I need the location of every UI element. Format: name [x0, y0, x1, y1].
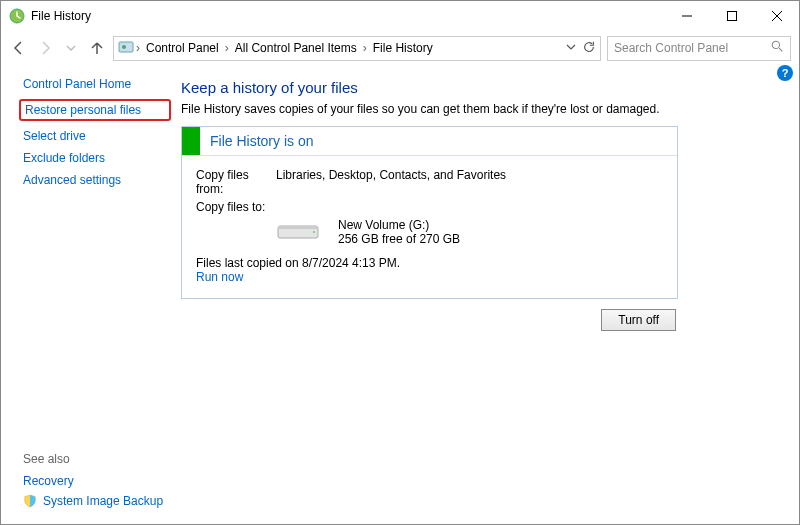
recent-locations-button[interactable] — [61, 38, 81, 58]
refresh-button[interactable] — [582, 40, 596, 57]
drive-name: New Volume (G:) — [338, 218, 460, 232]
address-dropdown-button[interactable] — [566, 41, 576, 55]
sidebar-recovery-text: Recovery — [23, 474, 74, 488]
file-history-icon — [9, 8, 25, 24]
navigation-bar: › Control Panel › All Control Panel Item… — [1, 31, 799, 65]
svg-point-7 — [772, 41, 779, 48]
highlight-annotation: Restore personal files — [19, 99, 171, 121]
sidebar-recovery-link[interactable]: Recovery — [23, 474, 171, 488]
copy-from-label: Copy files from: — [196, 168, 276, 196]
last-copied-text: Files last copied on 8/7/2024 4:13 PM. — [196, 256, 663, 270]
sidebar-advanced-link[interactable]: Advanced settings — [23, 173, 171, 187]
sidebar-restore-link[interactable]: Restore personal files — [25, 103, 165, 117]
forward-button[interactable] — [35, 38, 55, 58]
sidebar-select-drive-link[interactable]: Select drive — [23, 129, 171, 143]
search-icon — [771, 40, 784, 56]
control-panel-icon — [118, 39, 134, 58]
window-title: File History — [31, 9, 91, 23]
help-icon[interactable]: ? — [777, 65, 793, 81]
search-input[interactable]: Search Control Panel — [607, 36, 791, 61]
run-now-link[interactable]: Run now — [196, 270, 243, 284]
copy-to-label: Copy files to: — [196, 200, 276, 214]
sidebar-home-link[interactable]: Control Panel Home — [23, 77, 171, 91]
sidebar-system-image-text: System Image Backup — [43, 494, 163, 508]
copy-from-value: Libraries, Desktop, Contacts, and Favori… — [276, 168, 506, 196]
maximize-button[interactable] — [709, 1, 754, 31]
breadcrumb-item[interactable]: All Control Panel Items — [231, 41, 361, 55]
sidebar-system-image-link[interactable]: System Image Backup — [23, 494, 171, 508]
svg-rect-10 — [278, 226, 318, 229]
minimize-button[interactable] — [664, 1, 709, 31]
page-heading: Keep a history of your files — [181, 79, 769, 96]
svg-line-8 — [779, 48, 782, 51]
title-bar: File History — [1, 1, 799, 31]
main-content: ? Keep a history of your files File Hist… — [181, 65, 799, 524]
page-description: File History saves copies of your files … — [181, 102, 769, 116]
chevron-right-icon: › — [363, 41, 367, 55]
status-panel: File History is on Copy files from: Libr… — [181, 126, 678, 299]
see-also-label: See also — [23, 452, 171, 466]
svg-point-6 — [122, 45, 126, 49]
chevron-right-icon: › — [225, 41, 229, 55]
address-bar[interactable]: › Control Panel › All Control Panel Item… — [113, 36, 601, 61]
up-button[interactable] — [87, 38, 107, 58]
panel-title: File History is on — [210, 133, 313, 149]
search-placeholder: Search Control Panel — [614, 41, 728, 55]
status-indicator-icon — [182, 127, 200, 155]
chevron-right-icon: › — [136, 41, 140, 55]
drive-icon — [276, 218, 320, 244]
shield-icon — [23, 494, 37, 508]
svg-point-11 — [313, 231, 315, 233]
drive-space: 256 GB free of 270 GB — [338, 232, 460, 246]
back-button[interactable] — [9, 38, 29, 58]
turn-off-button[interactable]: Turn off — [601, 309, 676, 331]
sidebar-exclude-link[interactable]: Exclude folders — [23, 151, 171, 165]
breadcrumb-item[interactable]: Control Panel — [142, 41, 223, 55]
svg-rect-2 — [727, 12, 736, 21]
close-button[interactable] — [754, 1, 799, 31]
sidebar: Control Panel Home Restore personal file… — [1, 65, 181, 524]
breadcrumb-item[interactable]: File History — [369, 41, 437, 55]
